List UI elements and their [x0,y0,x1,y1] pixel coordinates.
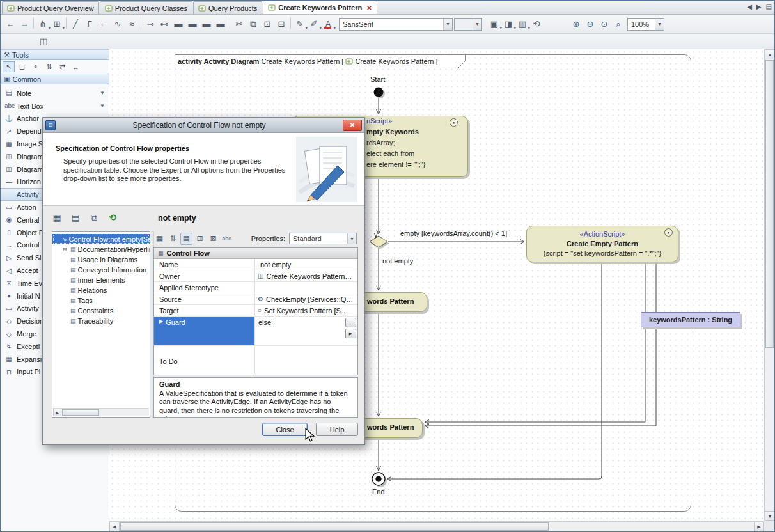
tree-item[interactable]: ⊞ ▤ Constraints [52,306,150,316]
pencil-icon[interactable]: ✎ ▾ [293,17,307,31]
section-header[interactable]: ▦ Control Flow [154,248,357,259]
refresh-icon[interactable]: ⟲ ▾ [529,17,544,31]
delete-icon[interactable]: ⊟ ▾ [274,17,288,31]
tab-scroll-left-icon[interactable]: ◀ [747,3,752,10]
group-view-icon[interactable]: ▤ [180,233,192,245]
close-button[interactable]: Close [262,423,308,436]
scroll-left-icon[interactable]: ◀ [109,522,120,532]
compartment-icon[interactable]: ◨ ▾ [501,17,515,31]
chevron-down-icon[interactable]: ▼ [655,19,664,30]
vertical-scrollbar[interactable]: ▲ ▼ [764,49,774,521]
rounded-path-icon[interactable]: ⌐ ▾ [97,17,111,31]
guard-expand-button[interactable]: ▶ [345,329,356,338]
tools-section-header[interactable]: ⚒ Tools [1,49,109,60]
diagram-tab[interactable]: Create Keywords Pattern ✕ [263,1,377,14]
horizontal-scrollbar-thumb[interactable] [120,522,549,531]
zoom-level-combo[interactable]: 100% ▼ [627,18,664,31]
toolbar-icon[interactable]: ▾ [230,17,230,29]
property-row[interactable]: Owner ◫ Create Keywords Pattern… [154,270,357,282]
align-bar-1-icon[interactable]: ▬ ▾ [171,17,185,31]
align-horizontal-tool-icon[interactable]: ⇄ [56,61,68,72]
keywords-pattern-object-node[interactable]: keywordsPattern : String [641,312,740,327]
align-vertical-tool-icon[interactable]: ⇅ [43,61,55,72]
layout-icon[interactable]: ⋔ ▾ [36,17,50,31]
scroll-right-icon[interactable]: ▶ [754,522,764,532]
todo-property-row[interactable]: To Do [154,346,357,376]
help-button[interactable]: Help [316,423,358,436]
oblique-path-icon[interactable]: ╱ ▾ [68,17,82,31]
zoom-fit-icon[interactable]: ⊙ ▾ [597,17,611,31]
diagram-tab[interactable]: Query Products ✕ [193,1,262,14]
zoom-out-icon[interactable]: ⊖ ▾ [583,17,597,31]
tree-item[interactable]: ⊞ ▤ Relations [52,285,150,295]
grid-layout-icon[interactable]: ⊞ ▾ [50,17,64,31]
guard-more-button[interactable]: … [345,318,356,327]
select-tool-icon[interactable]: ↖ [3,61,15,72]
tree-item[interactable]: ⊞ ▤ Documentation/Hyperlin [52,244,150,254]
customize-icon[interactable]: ⊠ [207,233,219,245]
insert-shape-icon[interactable]: ▣ ▾ [487,17,501,31]
back-icon[interactable]: ← ▾ [3,17,17,31]
chevron-down-icon[interactable]: ▼ [443,19,452,30]
guard-property-row[interactable]: ▶ Guard else … ▶ [154,317,357,346]
properties-grid-icon[interactable]: ▦ [51,211,63,224]
rectilinear-path-icon[interactable]: Γ ▾ [82,17,97,31]
properties-mode-combo[interactable]: Standard ▼ [289,233,357,244]
property-row[interactable]: Name not empty [154,259,357,270]
dialog-close-button[interactable]: ✕ [343,120,362,131]
cut-icon[interactable]: ✂ ▾ [232,17,246,31]
resize-tool-icon[interactable]: ↔ [70,61,82,72]
chevron-down-icon[interactable]: ▼ [100,90,105,96]
horizontal-scrollbar[interactable]: ◀ ▶ [109,521,764,531]
row-expand-icon[interactable]: ▶ [159,318,163,324]
highlighter-icon[interactable]: ✐ ▾ [307,17,321,31]
scroll-right-icon[interactable]: ▶ [53,409,61,416]
marquee-tool-icon[interactable]: ◻ [16,61,28,72]
zoom-selection-icon[interactable]: ⌕ ▾ [611,17,625,31]
presentation-options-icon[interactable]: ▥ ▾ [515,17,529,31]
clone-specification-icon[interactable]: ⧉ [88,211,100,224]
property-row[interactable]: Source ⚙ CheckEmpty [Services::Q… [154,293,357,305]
common-section-header[interactable]: ▣ Common [1,74,109,84]
reattach-path-icon[interactable]: ⊷ ▾ [157,17,171,31]
align-bar-4-icon[interactable]: ▬ ▾ [214,17,228,31]
scroll-up-icon[interactable]: ▲ [765,49,775,59]
spline-path-icon[interactable]: ≈ ▾ [125,17,139,31]
toolbar-icon[interactable]: ▾ [290,17,291,29]
zoom-in-icon[interactable]: ⊕ ▾ [569,17,583,31]
align-bar-3-icon[interactable]: ▬ ▾ [200,17,214,31]
tree-item[interactable]: ⊞ ▤ Tags [52,295,150,306]
chevron-down-icon[interactable]: ▼ [347,233,356,244]
scroll-down-icon[interactable]: ▼ [765,511,775,521]
curved-path-icon[interactable]: ∿ ▾ [111,17,125,31]
paste-icon[interactable]: ⊡ ▾ [260,17,274,31]
tree-horizontal-scrollbar[interactable]: ◀ ▶ [53,408,149,416]
diagram-tab[interactable]: Product Query Overview ✕ [2,1,99,14]
toolbar-icon[interactable]: ▾ [141,17,141,29]
show-all-properties-icon[interactable]: ⊞ [194,233,206,245]
diagram-tab[interactable]: Product Query Classes ✕ [100,1,192,14]
toolbar-icon[interactable]: ▾ [33,17,34,29]
navigate-tree-icon[interactable]: ▤ [69,211,82,224]
attach-path-icon[interactable]: ⊸ ▾ [143,17,157,31]
tree-item[interactable]: ⊞ ▤ Conveyed Information [52,265,150,275]
refresh-icon[interactable]: ⟲ [106,211,119,224]
tree-item[interactable]: ⊞ ▤ Traceability [52,316,150,326]
dialog-title-bar[interactable]: ⊞ Specification of Control Flow not empt… [43,118,364,133]
palette-item[interactable]: abc Text Box ▼ [1,100,109,113]
tree-item[interactable]: ⊞ ▤ Usage in Diagrams [52,254,150,265]
palette-item[interactable]: ▤ Note ▼ [1,87,109,100]
tab-close-icon[interactable]: ✕ [366,4,372,12]
copy-icon[interactable]: ⧉ ▾ [246,17,260,31]
behavior-badge-icon[interactable]: ● [664,228,673,237]
tab-scroll-right-icon[interactable]: ▶ [756,3,762,10]
font-size-combo[interactable]: ▼ [454,18,482,31]
edit-cell-icon[interactable]: abc [221,233,233,245]
tree-scrollbar-thumb[interactable] [62,409,99,416]
font-color-icon[interactable]: A ▾ [321,17,335,31]
expander-icon[interactable]: ⊞ [63,247,68,253]
create-empty-pattern-node[interactable]: «ActionScript» Create Empty Pattern {scr… [526,226,678,262]
guard-value-editor[interactable]: else … ▶ [255,317,357,345]
property-row[interactable]: Applied Stereotype [154,282,357,293]
forward-icon[interactable]: → ▾ [17,17,31,31]
